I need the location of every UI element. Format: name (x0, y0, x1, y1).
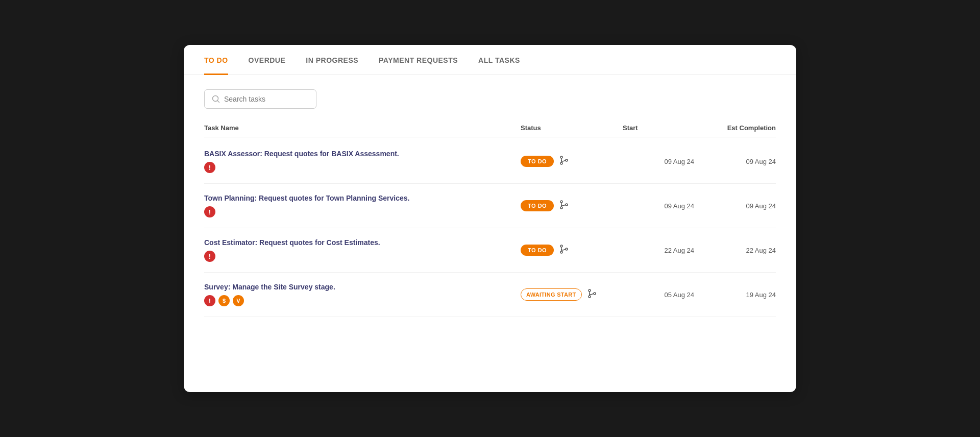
table-row[interactable]: Town Planning: Request quotes for Town P… (204, 184, 776, 228)
search-input[interactable] (224, 95, 309, 103)
start-date: 09 Aug 24 (623, 202, 694, 210)
svg-point-14 (566, 248, 568, 250)
est-completion-date: 09 Aug 24 (694, 202, 776, 210)
status-badge-todo: TO DO (521, 200, 554, 211)
svg-line-1 (217, 101, 219, 102)
table-header: Task Name Status Start Est Completion (204, 119, 776, 137)
exclamation-icon: ! (204, 295, 215, 306)
branch-icon (559, 200, 569, 212)
tab-todo[interactable]: TO DO (204, 45, 228, 75)
start-date: 22 Aug 24 (623, 247, 694, 254)
task-icons: ! $ V (204, 295, 521, 306)
status-col: TO DO (521, 244, 623, 256)
task-icons: ! (204, 206, 521, 217)
svg-point-13 (560, 251, 562, 253)
status-col: TO DO (521, 200, 623, 212)
col-start: Start (623, 124, 694, 132)
task-name-col: Survey: Manage the Site Survey stage. ! … (204, 283, 521, 306)
task-name-col: BASIX Assessor: Request quotes for BASIX… (204, 150, 521, 173)
main-card: TO DO OVERDUE IN PROGRESS PAYMENT REQUES… (184, 45, 796, 392)
task-icons: ! (204, 251, 521, 262)
branch-icon (587, 288, 597, 301)
search-icon (212, 95, 220, 103)
task-name-col: Cost Estimator: Request quotes for Cost … (204, 238, 521, 262)
v-icon: V (233, 295, 244, 306)
table-row[interactable]: BASIX Assessor: Request quotes for BASIX… (204, 139, 776, 184)
status-col: AWAITING START (521, 288, 623, 301)
svg-point-8 (560, 207, 562, 209)
status-badge-awaiting: AWAITING START (521, 288, 582, 301)
branch-icon (559, 244, 569, 256)
exclamation-icon: ! (204, 162, 215, 173)
task-name: BASIX Assessor: Request quotes for BASIX… (204, 150, 521, 158)
branch-icon (559, 155, 569, 167)
svg-point-3 (560, 162, 562, 164)
svg-point-9 (566, 204, 568, 206)
tab-all-tasks[interactable]: ALL TASKS (478, 45, 520, 75)
svg-point-12 (560, 245, 562, 247)
svg-point-19 (594, 293, 596, 295)
task-table: Task Name Status Start Est Completion BA… (184, 119, 796, 337)
svg-point-7 (560, 201, 562, 203)
svg-point-17 (589, 289, 591, 292)
tab-overdue[interactable]: OVERDUE (249, 45, 286, 75)
col-est-completion: Est Completion (694, 124, 776, 132)
task-name: Survey: Manage the Site Survey stage. (204, 283, 521, 291)
search-box[interactable] (204, 89, 316, 109)
col-task-name: Task Name (204, 124, 521, 132)
task-name: Town Planning: Request quotes for Town P… (204, 194, 521, 202)
dollar-icon: $ (218, 295, 230, 306)
status-col: TO DO (521, 155, 623, 167)
svg-point-4 (566, 159, 568, 161)
table-row[interactable]: Survey: Manage the Site Survey stage. ! … (204, 273, 776, 317)
est-completion-date: 09 Aug 24 (694, 158, 776, 165)
col-status: Status (521, 124, 623, 132)
est-completion-date: 22 Aug 24 (694, 247, 776, 254)
svg-point-18 (589, 296, 591, 298)
task-icons: ! (204, 162, 521, 173)
start-date: 05 Aug 24 (623, 291, 694, 299)
task-name-col: Town Planning: Request quotes for Town P… (204, 194, 521, 217)
tab-in-progress[interactable]: IN PROGRESS (306, 45, 358, 75)
tab-bar: TO DO OVERDUE IN PROGRESS PAYMENT REQUES… (184, 45, 796, 75)
task-name: Cost Estimator: Request quotes for Cost … (204, 238, 521, 247)
table-row[interactable]: Cost Estimator: Request quotes for Cost … (204, 228, 776, 273)
exclamation-icon: ! (204, 251, 215, 262)
exclamation-icon: ! (204, 206, 215, 217)
search-wrapper (184, 75, 796, 119)
status-badge-todo: TO DO (521, 156, 554, 167)
tab-payment-requests[interactable]: PAYMENT REQUESTS (379, 45, 458, 75)
est-completion-date: 19 Aug 24 (694, 291, 776, 299)
svg-point-2 (560, 156, 562, 158)
start-date: 09 Aug 24 (623, 158, 694, 165)
status-badge-todo: TO DO (521, 245, 554, 256)
